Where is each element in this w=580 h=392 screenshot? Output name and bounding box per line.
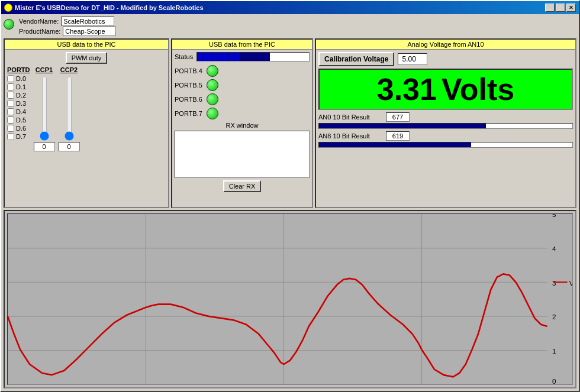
portb6-label: PORTB.6: [175, 96, 203, 103]
product-name-value: Cheap-Scope: [63, 27, 116, 36]
product-name-label: ProductName:: [19, 28, 60, 35]
an0-row: AN0 10 Bit Result 677: [318, 112, 573, 122]
portd-d3-label: D.3: [16, 100, 26, 107]
portb4-label: PORTB.4: [175, 67, 203, 74]
panel-analog-voltage: Analog Voltage from AN10 Calibration Vol…: [315, 38, 576, 208]
portd-d1: D.1: [7, 83, 30, 90]
main-window: Mister E's USBDemo for DT_HID - Modified…: [0, 0, 580, 392]
voltage-number: 3.31: [377, 72, 437, 107]
close-button[interactable]: ✕: [566, 4, 576, 12]
portd-d4-checkbox[interactable]: [7, 108, 14, 115]
portb4-led: [207, 65, 218, 77]
minimize-button[interactable]: _: [545, 4, 555, 12]
portd-d0-label: D.0: [16, 75, 26, 82]
svg-text:0: 0: [552, 377, 556, 384]
an8-row: AN8 10 Bit Result 619: [318, 131, 573, 141]
title-buttons: _ □ ✕: [545, 4, 576, 12]
an0-progress-bar: [318, 123, 573, 129]
panel-usb-to-pic: USB data to the PIC PWM duty PORTD D.: [4, 38, 169, 208]
title-bar: Mister E's USBDemo for DT_HID - Modified…: [1, 1, 579, 14]
panel-left-content: PWM duty PORTD D.0: [5, 50, 168, 207]
rx-window[interactable]: [175, 131, 310, 178]
an8-label: AN8 10 Bit Result: [318, 132, 384, 140]
portb6-led: [207, 93, 218, 105]
portd-d7-checkbox[interactable]: [7, 133, 14, 140]
portd-d7-label: D.7: [16, 133, 26, 140]
pwm-row: PWM duty: [7, 52, 166, 64]
svg-text:Volts: Volts: [569, 278, 572, 286]
portd-d6: D.6: [7, 125, 30, 132]
portd-d6-label: D.6: [16, 125, 26, 132]
status-led: [4, 19, 14, 30]
an8-progress-bar: [318, 142, 573, 148]
ccp2-slider-container: [63, 76, 75, 141]
voltage-display: 3.31 Volts: [318, 69, 573, 110]
svg-text:4: 4: [552, 245, 556, 252]
portd-d1-checkbox[interactable]: [7, 83, 14, 90]
portd-d1-label: D.1: [16, 83, 26, 90]
ccp2-value: 0: [59, 142, 80, 151]
rx-window-label: RX window: [175, 122, 310, 129]
content-area: VendorName: ScaleRobotics ProductName: C…: [1, 14, 579, 391]
vendor-name-row: VendorName: ScaleRobotics: [19, 17, 116, 26]
chart-area: 5 4 3 2 1 0 Volts: [7, 213, 573, 385]
window-title: Mister E's USBDemo for DT_HID - Modified…: [15, 4, 204, 11]
rx-section: RX window: [175, 122, 310, 178]
ccp1-label: CCP1: [36, 66, 53, 73]
panel-right-content: Calibration Voltage 5.00 3.31 Volts AN0 …: [316, 50, 575, 207]
clear-rx-button[interactable]: Clear RX: [223, 180, 262, 192]
panels-row: USB data to the PIC PWM duty PORTD D.: [4, 38, 576, 208]
ccp1-section: CCP1 0: [34, 66, 55, 151]
portd-d0-checkbox[interactable]: [7, 75, 14, 82]
maximize-button[interactable]: □: [556, 4, 565, 12]
portb7-label: PORTB.7: [175, 110, 203, 117]
portb4-row: PORTB.4: [175, 65, 310, 77]
portd-section: PORTD D.0 D.1: [7, 66, 30, 151]
portd-d6-checkbox[interactable]: [7, 125, 14, 132]
portb7-row: PORTB.7: [175, 108, 310, 119]
ccp2-label: CCP2: [60, 66, 78, 73]
calibration-value: 5.00: [398, 53, 427, 65]
vendor-name-value: ScaleRobotics: [61, 17, 114, 26]
an8-value: 619: [386, 131, 410, 141]
portd-d5: D.5: [7, 116, 30, 124]
voltage-unit: Volts: [442, 72, 514, 107]
portd-d4-label: D.4: [16, 108, 26, 115]
app-icon: [4, 4, 12, 12]
portd-d3: D.3: [7, 100, 30, 107]
portd-d5-label: D.5: [16, 116, 26, 124]
panel-mid-content: Status: [172, 50, 312, 207]
status-progress-bar: [196, 52, 310, 61]
portd-d3-checkbox[interactable]: [7, 100, 14, 107]
portd-d2-checkbox[interactable]: [7, 92, 14, 99]
ccp1-slider[interactable]: [38, 76, 50, 141]
chart-panel: 5 4 3 2 1 0 Volts: [4, 210, 576, 388]
an0-value: 677: [386, 112, 410, 122]
panel-right-header: Analog Voltage from AN10: [316, 40, 575, 50]
pwm-duty-button[interactable]: PWM duty: [66, 52, 108, 64]
ccp1-slider-container: [38, 76, 50, 141]
panel-mid-header: USB data from the PIC: [172, 40, 312, 50]
svg-text:2: 2: [552, 313, 556, 320]
status-row: Status: [175, 52, 310, 61]
svg-text:1: 1: [552, 347, 556, 355]
portb7-led: [207, 108, 218, 119]
vendor-name-label: VendorName:: [19, 18, 59, 25]
portb5-led: [207, 79, 218, 91]
vendor-info: VendorName: ScaleRobotics ProductName: C…: [19, 17, 116, 36]
portd-d5-checkbox[interactable]: [7, 116, 14, 124]
panel-usb-from-pic: USB data from the PIC Status: [171, 38, 313, 208]
portd-d0: D.0: [7, 75, 30, 82]
calibration-label: Calibration Voltage: [318, 52, 394, 66]
calibration-row: Calibration Voltage 5.00: [318, 52, 573, 66]
portb5-label: PORTB.5: [175, 82, 203, 89]
port-controls: PORTD D.0 D.1: [7, 66, 166, 151]
svg-text:5: 5: [552, 214, 556, 218]
portd-d7: D.7: [7, 133, 30, 140]
portb6-row: PORTB.6: [175, 93, 310, 105]
portd-d2: D.2: [7, 92, 30, 99]
ccp2-slider[interactable]: [63, 76, 75, 141]
ccp2-section: CCP2 0: [59, 66, 80, 151]
portd-d2-label: D.2: [16, 92, 26, 99]
top-row: VendorName: ScaleRobotics ProductName: C…: [4, 17, 576, 37]
